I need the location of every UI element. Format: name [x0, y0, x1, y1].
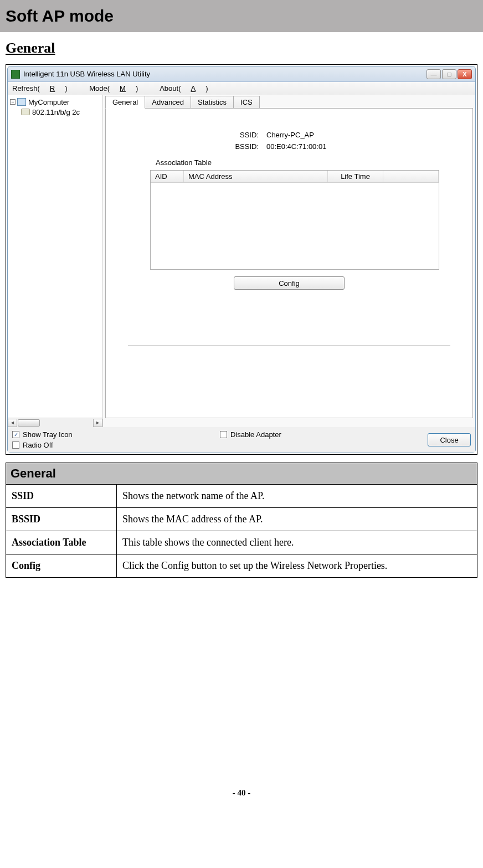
association-table-header: AID MAC Address Life Time	[151, 171, 439, 183]
desc-text: This table shows the connected client he…	[117, 531, 477, 554]
tree-root-label: MyComputer	[28, 98, 69, 106]
checkbox-unchecked-icon	[12, 441, 19, 449]
close-button[interactable]: Close	[428, 433, 471, 446]
computer-icon	[17, 98, 26, 106]
show-tray-label: Show Tray Icon	[23, 430, 73, 439]
minimize-button[interactable]: —	[427, 69, 441, 79]
checkbox-unchecked-icon	[220, 431, 227, 438]
col-header-lifetime[interactable]: Life Time	[328, 171, 383, 182]
checkbox-checked-icon: ✓	[12, 431, 19, 438]
desc-table-header: General	[6, 463, 477, 485]
menubar: Refresh(R) Mode(M) About(A)	[8, 82, 475, 95]
page-title: Soft AP mode	[0, 0, 483, 32]
ssid-value: Cherry-PC_AP	[266, 131, 314, 139]
radio-off-label: Radio Off	[23, 441, 53, 449]
window-title: Intelligent 11n USB Wireless LAN Utility	[23, 70, 427, 78]
desc-text: Shows the MAC address of the AP.	[117, 508, 477, 531]
page-subtitle: General	[6, 40, 483, 57]
tab-general[interactable]: General	[105, 96, 145, 109]
desc-term: Association Table	[6, 531, 117, 554]
tab-statistics[interactable]: Statistics	[191, 96, 234, 108]
scroll-thumb[interactable]	[18, 419, 40, 427]
app-window: Intelligent 11n USB Wireless LAN Utility…	[7, 66, 476, 453]
ssid-label: SSID:	[117, 131, 266, 139]
tree-horizontal-scrollbar[interactable]: ◄ ►	[8, 418, 102, 427]
divider	[128, 345, 450, 346]
description-table: General SSID Shows the network name of t…	[6, 463, 477, 578]
disable-adapter-label: Disable Adapter	[230, 430, 281, 439]
col-header-empty[interactable]	[383, 171, 439, 182]
menu-mode[interactable]: Mode(M)	[89, 84, 148, 93]
titlebar: Intelligent 11n USB Wireless LAN Utility…	[8, 66, 475, 82]
tree-root-item[interactable]: − MyComputer	[10, 97, 102, 107]
tree-child-item[interactable]: 802.11n/b/g 2c	[21, 107, 102, 117]
screenshot-figure: Intelligent 11n USB Wireless LAN Utility…	[6, 64, 477, 455]
table-row: BSSID Shows the MAC address of the AP.	[6, 508, 477, 531]
table-row: Association Table This table shows the c…	[6, 531, 477, 554]
tab-body: SSID: Cherry-PC_AP BSSID: 00:E0:4C:71:00…	[105, 108, 473, 418]
page-number: - 40 -	[0, 788, 483, 798]
desc-text: Click the Config button to set up the Wi…	[117, 554, 477, 578]
tab-advanced[interactable]: Advanced	[145, 96, 191, 108]
disable-adapter-checkbox[interactable]: Disable Adapter	[220, 430, 428, 439]
desc-text: Shows the network name of the AP.	[117, 485, 477, 508]
radio-off-checkbox[interactable]: Radio Off	[12, 441, 220, 449]
tab-ics[interactable]: ICS	[233, 96, 260, 108]
tree-child-label: 802.11n/b/g 2c	[32, 108, 80, 116]
table-row: Config Click the Config button to set up…	[6, 554, 477, 578]
config-button[interactable]: Config	[234, 276, 345, 290]
association-table-caption: Association Table	[156, 158, 461, 167]
desc-term: Config	[6, 554, 117, 578]
desc-term: BSSID	[6, 508, 117, 531]
scroll-right-arrow[interactable]: ►	[93, 419, 102, 427]
app-icon	[11, 70, 20, 79]
association-table: AID MAC Address Life Time	[150, 170, 439, 270]
content-panel: General Advanced Statistics ICS SSID: Ch…	[103, 95, 475, 427]
menu-refresh[interactable]: Refresh(R)	[12, 84, 78, 93]
bssid-label: BSSID:	[117, 142, 266, 151]
tab-strip: General Advanced Statistics ICS	[105, 96, 473, 108]
desc-term: SSID	[6, 485, 117, 508]
tree-collapse-icon[interactable]: −	[10, 99, 16, 105]
device-tree-panel: − MyComputer 802.11n/b/g 2c ◄ ►	[8, 95, 103, 427]
menu-about[interactable]: About(A)	[160, 84, 218, 93]
bssid-value: 00:E0:4C:71:00:01	[266, 142, 326, 151]
maximize-button[interactable]: □	[442, 69, 456, 79]
adapter-icon	[21, 109, 30, 115]
table-row: SSID Shows the network name of the AP.	[6, 485, 477, 508]
col-header-aid[interactable]: AID	[151, 171, 184, 182]
show-tray-icon-checkbox[interactable]: ✓ Show Tray Icon	[12, 430, 220, 439]
close-window-button[interactable]: X	[458, 69, 472, 79]
bottom-bar: ✓ Show Tray Icon Radio Off Disable Adapt…	[8, 427, 475, 453]
scroll-left-arrow[interactable]: ◄	[8, 419, 17, 427]
col-header-mac[interactable]: MAC Address	[184, 171, 328, 182]
